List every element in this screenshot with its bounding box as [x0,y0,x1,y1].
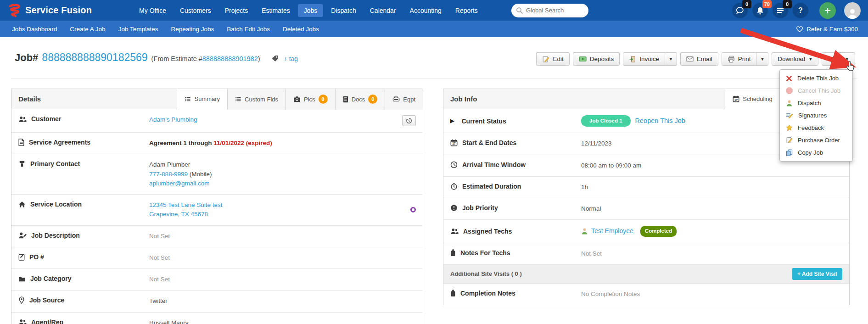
document-icon [18,139,24,146]
subnav-deleted-jobs[interactable]: Deleted Jobs [276,26,325,33]
estimate-number-link[interactable]: 888888888901982 [202,55,258,62]
edit-button[interactable]: Edit [536,52,569,66]
menu-cancel-this-job[interactable]: Cancel This Job [780,84,852,97]
quick-add-button[interactable]: + [819,2,836,19]
menu-feedback[interactable]: Feedback [780,122,852,134]
additional-site-visits-label: Additional Site Visits ( 0 ) [450,270,792,277]
add-site-visit-button[interactable]: + Add Site Visit [792,268,842,280]
brand-logo[interactable]: Service Fusion [7,4,92,17]
menu-copy-job[interactable]: Copy Job [780,146,852,159]
po-number-label-group: PO # [18,253,149,261]
location-address-link[interactable]: 12345 Test Lane Suite test [149,201,223,208]
subnav-create-a-job[interactable]: Create A Job [63,26,112,33]
nav-jobs[interactable]: Jobs [298,4,324,17]
user-avatar[interactable] [844,2,861,19]
stopwatch-icon [450,183,458,190]
menu-dispatch[interactable]: Dispatch [780,97,852,109]
print-dropdown-button[interactable]: ▼ [756,52,768,66]
chevron-down-icon: ▼ [669,57,673,61]
estimated-duration-value: 1h [581,183,842,192]
nav-reports[interactable]: Reports [449,4,484,17]
primary-contact-row: Primary Contact Adam Plumber 777-888-999… [11,154,423,195]
subnav-repeating-jobs[interactable]: Repeating Jobs [164,26,220,33]
customer-row: Customer Adam's Plumbing [11,109,423,133]
calendar-icon [733,95,739,102]
notes-for-techs-label: Notes For Techs [460,249,510,257]
subnav-jobs-dashboard[interactable]: Jobs Dashboard [6,26,63,33]
contact-phone-link[interactable]: 777-888-9999 [149,171,188,178]
job-status-badge: Job Closed 1 [581,115,631,127]
job-number-link[interactable]: 888888888890182569 [42,51,147,64]
help-button[interactable]: ? [793,3,808,18]
nav-estimates[interactable]: Estimates [256,4,296,17]
print-button[interactable]: Print [722,52,757,66]
contact-email-link[interactable]: aplumber@gmail.com [149,180,210,187]
note-icon [450,249,456,257]
signatures-icon [786,112,793,119]
tab-scheduling[interactable]: Scheduling [725,89,779,110]
job-priority-label-group: Job Priority [450,204,581,212]
customer-link[interactable]: Adam's Plumbing [149,116,197,123]
email-button[interactable]: Email [680,52,718,66]
menu-purchase-order-label: Purchase Order [798,137,840,144]
tab-pics[interactable]: Pics 0 [286,89,335,110]
tab-scheduling-label: Scheduling [743,95,772,102]
details-tabs: Summary Custom Flds Pics 0 Docs 0 Eqpt [177,89,423,109]
menu-delete-this-job[interactable]: Delete This Job [780,72,852,84]
menu-delete-label: Delete This Job [797,75,839,82]
customer-history-button[interactable] [402,115,416,126]
camera-icon [293,96,301,102]
current-status-label-group[interactable]: ▶ Current Status [450,117,581,125]
invoice-button[interactable]: Invoice [623,52,665,66]
deposits-button[interactable]: Deposits [573,52,620,66]
tab-summary[interactable]: Summary [177,89,227,110]
nav-accounting[interactable]: Accounting [404,4,448,17]
chevron-down-icon: ▼ [760,57,764,61]
search-icon [516,7,523,14]
technician-link[interactable]: Test Employee [591,226,633,236]
reopen-job-link[interactable]: Reopen This Job [635,116,685,126]
copy-icon [786,149,793,156]
agent-rep-label: Agent/Rep [31,318,63,324]
menu-cancel-label: Cancel This Job [798,87,840,94]
tab-eqpt[interactable]: Eqpt [385,89,423,110]
calendar-icon [450,139,458,146]
nav-dispatch[interactable]: Dispatch [325,4,362,17]
service-agreements-label: Service Agreements [29,139,90,146]
tab-docs[interactable]: Docs 0 [335,89,385,110]
nav-projects[interactable]: Projects [219,4,254,17]
chat-button[interactable]: 0 [732,3,748,18]
menu-signatures[interactable]: Signatures [780,109,852,122]
nav-calendar[interactable]: Calendar [364,4,402,17]
menu-signatures-label: Signatures [798,112,827,119]
subnav-job-templates[interactable]: Job Templates [112,26,165,33]
job-action-buttons: Edit Deposits Invoice ▼ Email Print ▼ Do… [536,52,855,66]
refer-earn-link[interactable]: Refer & Earn $300 [796,26,862,33]
location-city-link[interactable]: Grapevine, TX 45678 [149,211,208,218]
nav-customers[interactable]: Customers [174,4,217,17]
job-source-label-group: Job Source [18,296,149,304]
document-icon [343,96,348,103]
nav-my-office[interactable]: My Office [133,4,172,17]
cancel-icon [786,87,793,94]
people-icon [18,116,27,123]
equipment-icon [392,96,400,102]
pics-count-badge: 0 [319,95,328,104]
more-button[interactable]: More ▼ [822,52,855,66]
job-number-label: Job# [15,52,38,64]
invoice-dropdown-button[interactable]: ▼ [665,52,677,66]
notifications-button[interactable]: 70 [752,3,768,18]
tasks-button[interactable]: 0 [773,3,788,18]
clipboard-icon [18,253,25,261]
download-button[interactable]: Download ▼ [772,52,818,66]
job-priority-label: Job Priority [462,204,498,212]
tab-custom-fields[interactable]: Custom Flds [227,89,286,110]
completion-notes-row: Completion Notes No Completion Notes [443,284,849,305]
invoice-button-group: Invoice ▼ [623,52,677,66]
completion-notes-label: Completion Notes [460,290,515,297]
location-status-indicator[interactable] [410,207,416,212]
add-tag-link[interactable]: + tag [284,55,298,62]
subnav-batch-edit-jobs[interactable]: Batch Edit Jobs [220,26,276,33]
estimated-duration-label: Estimated Duration [462,183,521,190]
menu-purchase-order[interactable]: Purchase Order [780,134,852,146]
